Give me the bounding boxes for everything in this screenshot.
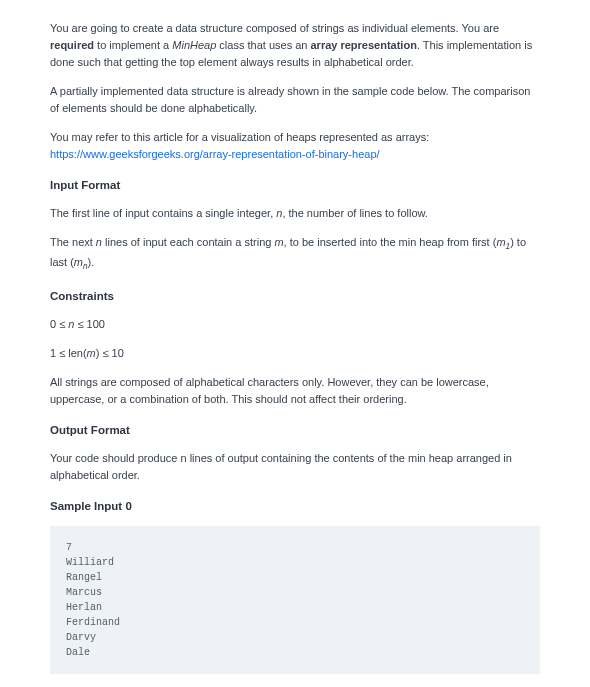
var-mn: mn: [74, 256, 88, 268]
reference-link[interactable]: https://www.geeksforgeeks.org/array-repr…: [50, 148, 380, 160]
text: class that uses an: [216, 39, 310, 51]
text: You are going to create a data structure…: [50, 22, 499, 34]
sample-input-0-block: 7 Williard Rangel Marcus Herlan Ferdinan…: [50, 526, 540, 674]
text: ≤ 100: [74, 318, 105, 330]
input-format-p1: The first line of input contains a singl…: [50, 205, 540, 222]
text: , the number of lines to follow.: [282, 207, 428, 219]
text: ).: [88, 256, 95, 268]
text: to implement a: [94, 39, 172, 51]
intro-paragraph-3: You may refer to this article for a visu…: [50, 129, 540, 163]
text: , to be inserted into the min heap from …: [284, 236, 497, 248]
intro-paragraph-2: A partially implemented data structure i…: [50, 83, 540, 117]
text: The next: [50, 236, 96, 248]
output-format-heading: Output Format: [50, 422, 540, 440]
text: ) ≤ 10: [96, 347, 124, 359]
var-m1: m1: [496, 236, 510, 248]
text: lines of input each contain a string: [102, 236, 274, 248]
output-format-p1: Your code should produce n lines of outp…: [50, 450, 540, 484]
problem-statement: You are going to create a data structure…: [0, 0, 590, 687]
text: 0 ≤: [50, 318, 68, 330]
intro-paragraph-1: You are going to create a data structure…: [50, 20, 540, 71]
var-m: m: [87, 347, 96, 359]
sample-input-0-heading: Sample Input 0: [50, 498, 540, 516]
constraint-1: 0 ≤ n ≤ 100: [50, 316, 540, 333]
constraint-2: 1 ≤ len(m) ≤ 10: [50, 345, 540, 362]
constraints-heading: Constraints: [50, 288, 540, 306]
text: The first line of input contains a singl…: [50, 207, 276, 219]
required-bold: required: [50, 39, 94, 51]
minheap-italic: MinHeap: [172, 39, 216, 51]
array-rep-bold: array representation: [310, 39, 416, 51]
constraint-3: All strings are composed of alphabetical…: [50, 374, 540, 408]
input-format-p2: The next n lines of input each contain a…: [50, 234, 540, 274]
input-format-heading: Input Format: [50, 177, 540, 195]
text: 1 ≤ len(: [50, 347, 87, 359]
var-m: m: [274, 236, 283, 248]
text: You may refer to this article for a visu…: [50, 131, 429, 143]
